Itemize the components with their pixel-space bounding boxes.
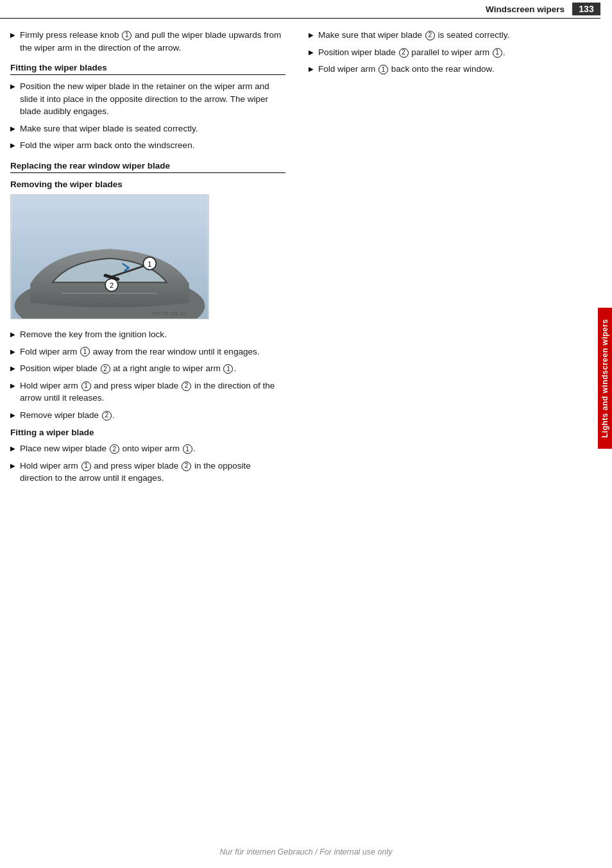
- bullet-position-parallel: ▶ Position wiper blade 2 parallel to wip…: [309, 46, 591, 59]
- bullet-arrow-icon: ▶: [10, 82, 15, 92]
- bullet-arrow-icon: ▶: [10, 411, 15, 421]
- bullet-position-new-text: Position the new wiper blade in the reta…: [20, 80, 285, 118]
- page-number: 133: [572, 3, 600, 15]
- circle-1: 1: [378, 65, 388, 74]
- bullet-position-new: ▶ Position the new wiper blade in the re…: [10, 80, 285, 118]
- circle-1: 1: [81, 462, 91, 471]
- circle-1: 1: [223, 364, 233, 374]
- circle-1: 1: [80, 347, 90, 356]
- circle-2: 2: [399, 48, 409, 58]
- bullet-hold-press-direction-text: Hold wiper arm 1 and press wiper blade 2…: [20, 380, 285, 405]
- side-tab-label: Lights and windscreen wipers: [600, 319, 609, 437]
- footer-text: Nur für internen Gebrauch / For internal…: [220, 847, 393, 856]
- page-footer: Nur für internen Gebrauch / For internal…: [0, 847, 612, 856]
- bullet-arrow-icon: ▶: [10, 124, 15, 134]
- bullet-place-new-blade: ▶ Place new wiper blade 2 onto wiper arm…: [10, 442, 285, 455]
- bullet-make-sure-blade-seated: ▶ Make sure that wiper blade 2 is seated…: [309, 29, 591, 42]
- page-header: Windscreen wipers 133: [0, 0, 600, 19]
- bullet-arrow-icon: ▶: [10, 462, 15, 471]
- bullet-arrow-icon: ▶: [10, 347, 15, 357]
- bullet-arrow-icon: ▶: [10, 31, 15, 40]
- bullet-fold-arm-back-text: Fold wiper arm 1 back onto the rear wind…: [318, 63, 591, 76]
- wiper-diagram-svg: 1 2 P82 35 305-31: [11, 195, 208, 319]
- bullet-fold-back: ▶ Fold the wiper arm back onto the winds…: [10, 139, 285, 152]
- bullet-hold-press-opposite: ▶ Hold wiper arm 1 and press wiper blade…: [10, 460, 285, 485]
- right-column: ▶ Make sure that wiper blade 2 is seated…: [301, 29, 591, 489]
- bullet-arrow-icon: ▶: [309, 48, 314, 58]
- circle-2: 2: [101, 364, 110, 374]
- bullet-press-knob-text: Firmly press release knob 1 and pull the…: [20, 29, 285, 54]
- bullet-make-sure-seated-text: Make sure that wiper blade is seated cor…: [20, 122, 285, 135]
- fitting-wiper-blades-heading: Fitting the wiper blades: [10, 63, 285, 75]
- circle-2: 2: [425, 31, 435, 40]
- bullet-fold-wiper-away-text: Fold wiper arm 1 away from the rear wind…: [20, 346, 285, 358]
- replacing-rear-heading: Replacing the rear window wiper blade: [10, 161, 285, 173]
- circle-2: 2: [102, 411, 112, 421]
- bullet-arrow-icon: ▶: [10, 364, 15, 374]
- circle-1: 1: [122, 31, 132, 40]
- bullet-hold-press-direction: ▶ Hold wiper arm 1 and press wiper blade…: [10, 380, 285, 405]
- left-column: ▶ Firmly press release knob 1 and pull t…: [10, 29, 301, 489]
- bullet-remove-key: ▶ Remove the key from the ignition lock.: [10, 328, 285, 341]
- bullet-remove-blade: ▶ Remove wiper blade 2.: [10, 409, 285, 422]
- circle-2: 2: [182, 462, 191, 471]
- bullet-arrow-icon: ▶: [10, 141, 15, 151]
- main-content: ▶ Firmly press release knob 1 and pull t…: [0, 19, 612, 502]
- circle-1: 1: [493, 48, 502, 58]
- bullet-place-new-blade-text: Place new wiper blade 2 onto wiper arm 1…: [20, 442, 285, 455]
- chapter-side-tab: Lights and windscreen wipers: [598, 308, 612, 449]
- bullet-position-parallel-text: Position wiper blade 2 parallel to wiper…: [318, 46, 591, 59]
- svg-text:P82 35 305-31: P82 35 305-31: [152, 311, 185, 317]
- bullet-fold-arm-back: ▶ Fold wiper arm 1 back onto the rear wi…: [309, 63, 591, 76]
- fitting-wiper-blade-subheading: Fitting a wiper blade: [10, 428, 285, 437]
- bullet-fold-back-text: Fold the wiper arm back onto the windscr…: [20, 139, 285, 152]
- bullet-position-blade-angle: ▶ Position wiper blade 2 at a right angl…: [10, 362, 285, 375]
- bullet-press-knob: ▶ Firmly press release knob 1 and pull t…: [10, 29, 285, 54]
- svg-text:1: 1: [148, 260, 151, 268]
- bullet-arrow-icon: ▶: [10, 381, 15, 391]
- bullet-arrow-icon: ▶: [309, 31, 314, 40]
- wiper-diagram-image: 1 2 P82 35 305-31: [10, 194, 209, 319]
- bullet-arrow-icon: ▶: [309, 65, 314, 74]
- circle-1: 1: [183, 444, 192, 454]
- bullet-remove-blade-text: Remove wiper blade 2.: [20, 409, 285, 422]
- svg-text:2: 2: [110, 281, 114, 289]
- bullet-make-sure-seated: ▶ Make sure that wiper blade is seated c…: [10, 122, 285, 135]
- bullet-hold-press-opposite-text: Hold wiper arm 1 and press wiper blade 2…: [20, 460, 285, 485]
- bullet-position-blade-angle-text: Position wiper blade 2 at a right angle …: [20, 362, 285, 375]
- chapter-title: Windscreen wipers: [486, 4, 572, 14]
- bullet-remove-key-text: Remove the key from the ignition lock.: [20, 328, 285, 341]
- circle-2: 2: [110, 444, 119, 454]
- bullet-fold-wiper-away: ▶ Fold wiper arm 1 away from the rear wi…: [10, 346, 285, 358]
- removing-wiper-blades-subheading: Removing the wiper blades: [10, 179, 285, 189]
- circle-2: 2: [182, 381, 191, 391]
- bullet-make-sure-blade-seated-text: Make sure that wiper blade 2 is seated c…: [318, 29, 591, 42]
- bullet-arrow-icon: ▶: [10, 444, 15, 454]
- bullet-arrow-icon: ▶: [10, 330, 15, 340]
- circle-1: 1: [81, 381, 91, 391]
